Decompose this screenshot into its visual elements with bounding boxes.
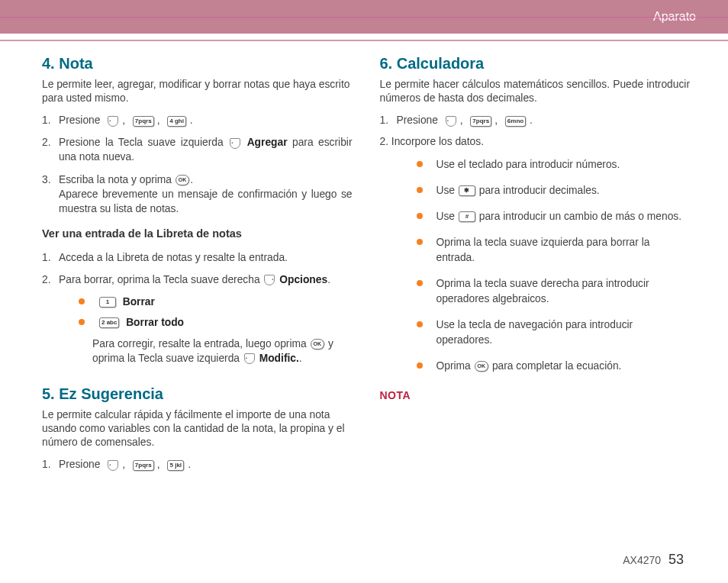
text: Use	[436, 211, 456, 222]
bullet-dot-icon	[417, 161, 423, 167]
text: Presione	[59, 459, 100, 470]
text: Use	[436, 185, 456, 196]
soft-left-key-icon	[244, 353, 255, 364]
key-star-icon: ✱	[459, 185, 475, 196]
bullet-dot-icon	[79, 298, 85, 304]
key-6-icon: 6mno	[505, 116, 526, 127]
bullet-dot-icon	[417, 280, 423, 286]
calc-b2: Use ✱ para introducir decimales.	[417, 183, 691, 198]
calc-step-2: 2. Incorpore los datos.	[380, 135, 691, 149]
options-bullets: 1 Borrar 2 abc Borrar todo	[79, 295, 353, 330]
key-5-icon: 5 jkl	[167, 460, 184, 471]
nota-step-2: 2. Presione la Tecla suave izquierda Agr…	[42, 135, 353, 164]
view-step-1: 1. Acceda a la Libreta de notas y resalt…	[42, 250, 353, 265]
calc-b3: Use # para introducir un cambio de más o…	[417, 209, 691, 224]
text: para introducir un cambio de más o menos…	[479, 211, 681, 222]
bullet-dot-icon	[417, 321, 423, 327]
soft-left-key-icon	[230, 138, 240, 149]
bullet-dot-icon	[417, 362, 423, 369]
bullet-borrar: 1 Borrar	[79, 295, 353, 310]
text: Presione	[59, 114, 100, 126]
calc-b5: Oprima la tecla suave derecha para intro…	[417, 276, 691, 307]
view-step-2: 2. Para borrar, oprima la Tecla suave de…	[42, 272, 353, 287]
nota-step-1: 1. Presione , 7pqrs, 4 ghi .	[42, 113, 353, 127]
text: Oprima	[436, 360, 471, 372]
nota-intro: Le permite leer, agregar, modificar y bo…	[42, 78, 353, 105]
text: Presione la Tecla suave izquierda	[59, 137, 224, 148]
text: Oprima la tecla suave izquierda para bor…	[436, 235, 691, 266]
text: Escriba la nota y oprima	[59, 174, 172, 185]
text: Presione	[397, 114, 438, 126]
bullet-dot-icon	[417, 213, 423, 219]
bold-text: Modific.	[259, 353, 299, 364]
soft-left-key-icon	[108, 116, 118, 127]
subhead-view-entry: Ver una entrada de la Libreta de notas	[42, 227, 353, 240]
calc-b6: Use la tecla de navegación para introduc…	[417, 317, 691, 348]
nota-step-3: 3. Escriba la nota y oprima OK. Aparece …	[42, 172, 353, 216]
correction-note: Para corregir, resalte la entrada, luego…	[92, 337, 353, 366]
key-hash-icon: #	[459, 211, 475, 222]
text: Acceda a la Libreta de notas y resalte l…	[59, 250, 353, 265]
key-4-icon: 4 ghi	[167, 116, 186, 127]
key-ok-icon: OK	[176, 175, 190, 185]
calc-step-1: 1. Presione , 7pqrs, 6mno .	[380, 113, 691, 127]
model-number: AX4270	[623, 554, 661, 566]
left-column: 4. Nota Le permite leer, agregar, modifi…	[42, 55, 353, 479]
calc-b1: Use el teclado para introducir números.	[417, 157, 691, 172]
page-footer: AX4270 53	[623, 552, 684, 568]
text: Use el teclado para introducir números.	[436, 157, 691, 172]
text: para introducir decimales.	[479, 185, 600, 196]
key-ok-icon: OK	[475, 361, 489, 372]
bullet-dot-icon	[417, 187, 423, 193]
text: Use la tecla de navegación para introduc…	[436, 317, 691, 348]
key-ok-icon: OK	[311, 339, 325, 349]
heading-nota: 4. Nota	[42, 55, 353, 72]
bold-text: Agregar	[247, 137, 288, 148]
text: Para borrar, oprima la Tecla suave derec…	[59, 274, 260, 285]
bullet-dot-icon	[79, 319, 85, 325]
calc-bullets: Use el teclado para introducir números. …	[417, 157, 691, 374]
soft-left-key-icon	[446, 116, 456, 127]
key-2-icon: 2 abc	[99, 317, 119, 328]
ez-step-1: 1. Presione , 7pqrs, 5 jkl .	[42, 457, 353, 472]
text: Oprima la tecla suave derecha para intro…	[436, 276, 691, 307]
bold-text: Borrar todo	[126, 317, 184, 328]
calc-intro: Le permite hacer cálculos matemáticos se…	[380, 78, 691, 105]
bullet-borrar-todo: 2 abc Borrar todo	[79, 315, 353, 330]
heading-ez: 5. Ez Sugerencia	[42, 385, 353, 403]
calc-b7: Oprima OK para completar la ecuación.	[417, 359, 691, 374]
bold-text: Borrar	[123, 296, 155, 308]
nota-callout: NOTA	[380, 389, 691, 401]
key-7-icon: 7pqrs	[470, 116, 491, 127]
bullet-dot-icon	[417, 239, 423, 245]
key-7-icon: 7pqrs	[133, 460, 154, 471]
page-header: Aparato	[0, 0, 728, 34]
header-title: Aparato	[653, 10, 696, 24]
right-column: 6. Calculadora Le permite hacer cálculos…	[380, 55, 691, 479]
text: Para corregir, resalte la entrada, luego…	[92, 338, 307, 349]
ez-intro: Le permite calcular rápida y fácilmente …	[42, 408, 353, 450]
key-1-icon: 1	[99, 297, 116, 308]
calc-b4: Oprima la tecla suave izquierda para bor…	[417, 235, 691, 266]
heading-calc: 6. Calculadora	[380, 55, 691, 72]
key-7-icon: 7pqrs	[133, 116, 154, 127]
content-area: 4. Nota Le permite leer, agregar, modifi…	[0, 41, 728, 479]
page-number: 53	[668, 552, 684, 567]
soft-left-key-icon	[108, 460, 118, 471]
bold-text: Opciones	[279, 274, 327, 285]
text: Aparece brevemente un mensaje de confirm…	[59, 188, 353, 214]
soft-right-key-icon	[264, 275, 275, 285]
text: para completar la ecuación.	[492, 360, 622, 372]
